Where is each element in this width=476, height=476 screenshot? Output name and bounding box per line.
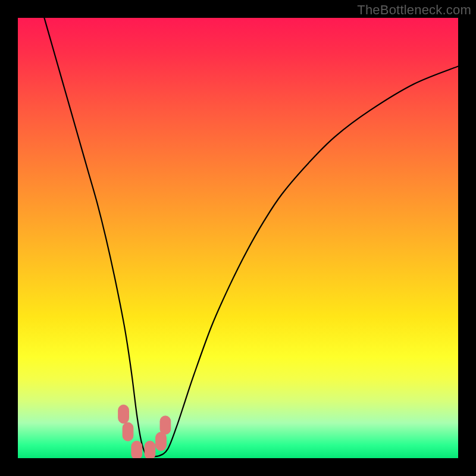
curve-marker-4 — [156, 432, 167, 450]
curve-layer — [18, 18, 458, 458]
watermark-text: TheBottleneck.com — [357, 2, 471, 18]
curve-marker-2 — [131, 441, 142, 458]
curve-marker-0 — [118, 405, 129, 423]
curve-marker-1 — [123, 422, 133, 441]
marker-layer — [118, 405, 171, 458]
curve-marker-5 — [160, 416, 171, 434]
bottleneck-curve — [44, 18, 458, 456]
curve-marker-3 — [145, 441, 155, 458]
